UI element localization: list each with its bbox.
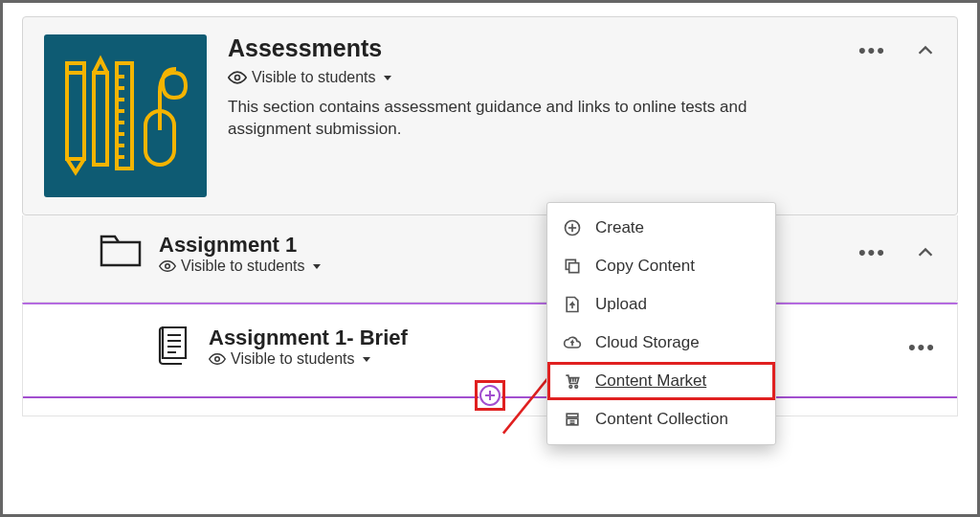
menu-label: Cloud Storage (595, 333, 700, 352)
svg-rect-32 (569, 263, 579, 273)
collapse-button[interactable] (915, 40, 936, 61)
stationery-icon (54, 44, 197, 188)
svg-marker-16 (384, 76, 391, 80)
menu-item-content-market[interactable]: Content Market (547, 362, 775, 400)
svg-rect-38 (567, 414, 578, 416)
visibility-toggle[interactable]: Visible to students (159, 258, 327, 275)
visibility-toggle[interactable]: Visible to students (209, 350, 408, 368)
visibility-toggle[interactable]: Visible to students (228, 68, 936, 87)
annotation-highlight (475, 380, 505, 411)
menu-label: Create (595, 218, 644, 237)
module-assessments: Assessments Visible to students This sec… (22, 16, 958, 215)
item-title[interactable]: Assignment 1- Brief (209, 326, 408, 350)
svg-point-15 (235, 76, 240, 80)
plus-circle-icon (563, 218, 582, 237)
upload-icon (563, 295, 582, 314)
module-actions: ••• (858, 38, 936, 63)
visibility-label: Visible to students (181, 258, 305, 275)
menu-item-create[interactable]: Create (547, 209, 775, 247)
collapse-button[interactable] (915, 242, 936, 263)
menu-item-content-collection[interactable]: Content Collection (547, 400, 775, 438)
item-assignment-1-brief: Assignment 1- Brief Visible to students … (22, 303, 958, 416)
menu-label: Content Collection (595, 410, 728, 429)
folder-actions: ••• (858, 240, 936, 265)
menu-label: Copy Content (595, 257, 695, 276)
folder-assignment-1: Assignment 1 Visible to students ••• (22, 215, 958, 303)
collection-icon (563, 410, 582, 429)
module-body: Assessments Visible to students This sec… (228, 34, 936, 197)
menu-item-cloud-storage[interactable]: Cloud Storage (547, 324, 775, 362)
cloud-icon (563, 333, 582, 352)
svg-point-37 (575, 386, 578, 389)
svg-marker-18 (313, 264, 321, 269)
menu-item-copy-content[interactable]: Copy Content (547, 247, 775, 285)
more-options-button[interactable]: ••• (908, 335, 936, 360)
svg-point-17 (166, 264, 170, 269)
module-description: This section contains assessment guidanc… (228, 97, 802, 141)
eye-icon (159, 258, 176, 275)
visibility-label: Visible to students (252, 69, 376, 86)
caret-down-icon (382, 72, 393, 83)
cart-icon (563, 371, 582, 391)
item-actions: ••• (908, 335, 936, 360)
svg-rect-0 (54, 44, 197, 188)
folder-title[interactable]: Assignment 1 (159, 233, 327, 258)
more-options-button[interactable]: ••• (858, 240, 886, 265)
menu-label: Content Market (595, 371, 706, 391)
visibility-label: Visible to students (231, 350, 355, 368)
copy-icon (563, 257, 582, 276)
svg-point-23 (215, 357, 220, 362)
svg-marker-24 (363, 357, 370, 362)
module-thumbnail (44, 34, 207, 197)
menu-item-upload[interactable]: Upload (547, 285, 775, 324)
add-content-menu: Create Copy Content Upload Cloud Storage… (546, 202, 776, 445)
course-content-panel: Assessments Visible to students This sec… (0, 0, 980, 517)
caret-down-icon (311, 260, 323, 272)
more-options-button[interactable]: ••• (858, 38, 886, 63)
eye-icon (228, 68, 247, 87)
caret-down-icon (361, 353, 372, 365)
menu-label: Upload (595, 295, 647, 314)
eye-icon (209, 350, 226, 368)
document-icon (157, 326, 191, 377)
folder-icon (100, 233, 142, 273)
svg-point-36 (569, 386, 572, 389)
module-title[interactable]: Assessments (228, 34, 936, 62)
